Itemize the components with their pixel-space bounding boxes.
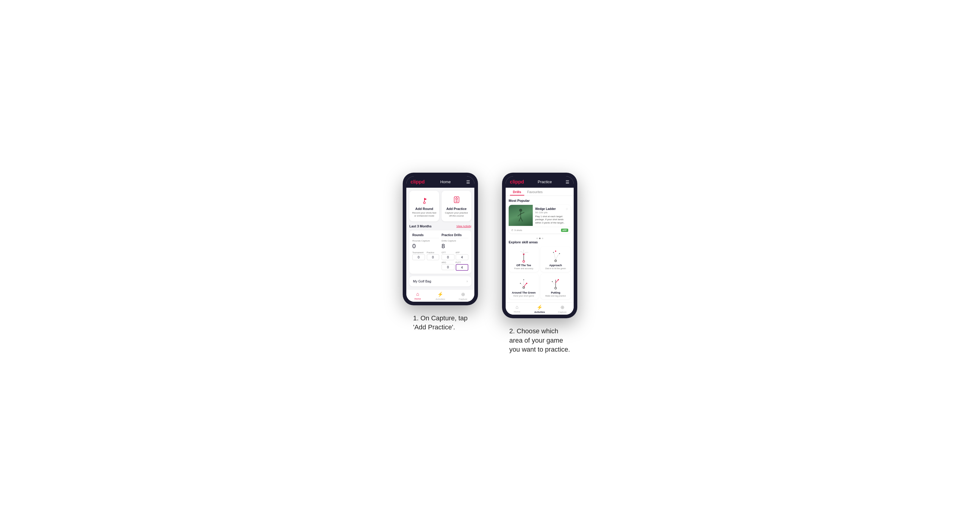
svg-point-0 xyxy=(423,202,425,204)
drills-capture-value: 8 xyxy=(442,243,468,250)
tournament-stat: Tournament 0 xyxy=(412,251,425,260)
svg-point-13 xyxy=(523,260,525,262)
golfer-svg xyxy=(515,208,527,223)
my-golf-bag[interactable]: My Golf Bag › xyxy=(409,276,471,286)
ott-name: Off The Tee xyxy=(517,264,531,267)
svg-line-11 xyxy=(519,217,521,221)
svg-point-24 xyxy=(555,287,557,289)
activities2-icon: ⚡ xyxy=(537,305,542,310)
caption2: 2. Choose whicharea of your gameyou want… xyxy=(509,327,570,354)
svg-point-18 xyxy=(559,253,560,254)
phone1-section: clippd Home ☰ xyxy=(403,173,478,332)
app-value: 4 xyxy=(456,254,469,260)
svg-point-26 xyxy=(558,279,559,280)
tab-drills[interactable]: Drills xyxy=(510,188,524,195)
featured-card-body: Wedge Ladder ☆ 50–100 yds Play 1 shot at… xyxy=(509,205,571,227)
caption2-text: 2. Choose whicharea of your gameyou want… xyxy=(509,327,570,354)
dot-2 xyxy=(539,238,541,239)
approach-desc: Dial-in to hit the green xyxy=(546,267,566,270)
phone2-menu-icon[interactable]: ☰ xyxy=(566,179,570,184)
explore-title: Explore skill areas xyxy=(509,240,571,244)
skill-grid: Off The Tee Power and accuracy xyxy=(509,246,571,299)
practice-stat: Practice 0 xyxy=(427,251,439,260)
putting-skill-icon xyxy=(548,277,563,290)
featured-footer: ⏱9 shots APP xyxy=(509,227,571,233)
phone2-screen: clippd Practice ☰ Drills Favourites Most… xyxy=(506,176,574,314)
phone2-logo: clippd xyxy=(510,179,524,185)
svg-point-27 xyxy=(552,281,553,282)
rounds-capture-label: Rounds Capture xyxy=(412,240,439,242)
putt-value: 4 xyxy=(456,264,469,271)
capture-label: Capture xyxy=(459,298,467,300)
svg-line-12 xyxy=(521,217,522,221)
arg-label: ARG xyxy=(442,261,455,264)
star-icon[interactable]: ☆ xyxy=(566,207,568,211)
add-practice-title: Add Practice xyxy=(446,207,466,211)
add-round-card[interactable]: Add Round Record your shots fast or enha… xyxy=(409,191,439,221)
add-round-icon xyxy=(419,194,430,205)
rounds-title: Rounds xyxy=(412,233,439,238)
featured-img xyxy=(509,205,533,226)
nav2-home[interactable]: ⌂ Home xyxy=(506,305,528,313)
shots-label: ⏱9 shots xyxy=(511,229,522,232)
ott-desc: Power and accuracy xyxy=(514,267,533,270)
svg-point-17 xyxy=(555,251,556,252)
dot-3 xyxy=(542,238,543,239)
phone1-screen: clippd Home ☰ xyxy=(406,176,474,302)
capture2-label: Capture xyxy=(558,311,566,313)
home-icon: ⌂ xyxy=(416,292,419,297)
putting-desc: Make and lag practice xyxy=(546,295,566,297)
dot-1 xyxy=(536,238,538,239)
arg-stat: ARG 0 xyxy=(442,261,455,271)
home-label: Home xyxy=(414,297,421,300)
bag-chevron: › xyxy=(466,279,468,283)
skill-card-ott[interactable]: Off The Tee Power and accuracy xyxy=(509,246,539,272)
view-activity-link[interactable]: View Activity xyxy=(456,225,471,228)
capture-icon: ⊕ xyxy=(461,292,465,297)
tab-favourites[interactable]: Favourites xyxy=(524,188,546,195)
app-badge: APP xyxy=(561,229,568,232)
featured-card[interactable]: Wedge Ladder ☆ 50–100 yds Play 1 shot at… xyxy=(509,205,571,233)
nav-home[interactable]: ⌂ Home xyxy=(406,292,429,300)
putt-stat: PUTT 4 xyxy=(456,261,469,271)
activities2-label: Activities xyxy=(534,311,545,313)
stats-card: Rounds Rounds Capture 0 Tournament 0 xyxy=(409,230,471,274)
caption1-text: 1. On Capture, tap'Add Practice'. xyxy=(413,314,468,331)
add-round-title: Add Round xyxy=(415,207,433,211)
add-practice-card[interactable]: Add Practice Capture your practice off-t… xyxy=(442,191,471,221)
add-practice-icon xyxy=(451,194,462,205)
nav2-capture[interactable]: ⊕ Capture xyxy=(551,305,574,313)
practice-inner: Most Popular xyxy=(506,196,574,302)
phones-row: clippd Home ☰ xyxy=(403,173,577,355)
featured-img-inner xyxy=(509,205,533,226)
nav-activities[interactable]: ⚡ Activities xyxy=(429,292,452,300)
ott-label: OTT xyxy=(442,251,455,254)
skill-card-putting[interactable]: Putting Make and lag practice xyxy=(541,274,571,299)
putt-label: PUTT xyxy=(456,261,469,264)
phone2: clippd Practice ☰ Drills Favourites Most… xyxy=(502,173,577,318)
svg-point-22 xyxy=(520,283,521,284)
nav-capture[interactable]: ⊕ Capture xyxy=(452,292,474,300)
atg-name: Around The Green xyxy=(512,291,535,294)
tournament-label: Tournament xyxy=(412,251,425,254)
phone1-header-title: Home xyxy=(440,179,451,184)
practice-label: Practice xyxy=(427,251,439,254)
practice-drills-title: Practice Drills xyxy=(442,233,468,238)
nav2-activities[interactable]: ⚡ Activities xyxy=(528,305,551,313)
capture2-icon: ⊕ xyxy=(560,305,564,310)
skill-card-approach[interactable]: Approach Dial-in to hit the green xyxy=(541,246,571,272)
phone1-menu-icon[interactable]: ☰ xyxy=(466,179,470,184)
rounds-col: Rounds Rounds Capture 0 Tournament 0 xyxy=(412,233,439,271)
stats-row: Rounds Rounds Capture 0 Tournament 0 xyxy=(412,233,468,271)
skill-card-atg[interactable]: Around The Green Hone your short game xyxy=(509,274,539,299)
activities-label: Activities xyxy=(436,298,445,300)
svg-point-7 xyxy=(519,209,522,212)
bag-label: My Golf Bag xyxy=(413,279,431,283)
practice-value: 0 xyxy=(427,254,439,260)
svg-point-21 xyxy=(526,283,527,284)
svg-line-10 xyxy=(521,213,524,214)
rounds-sub-stats: Tournament 0 Practice 0 xyxy=(412,251,439,260)
ott-skill-icon xyxy=(516,249,531,263)
phone1-bottom-nav: ⌂ Home ⚡ Activities ⊕ Capture xyxy=(406,289,474,302)
atg-desc: Hone your short game xyxy=(513,295,534,297)
